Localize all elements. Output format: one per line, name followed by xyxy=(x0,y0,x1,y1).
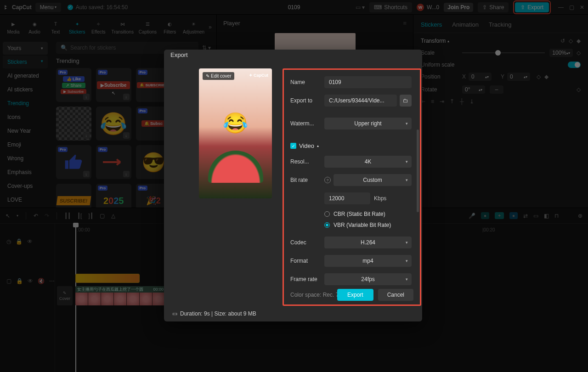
sticker-clip[interactable] xyxy=(75,274,140,283)
keyframe-icon[interactable]: ◆ xyxy=(544,73,548,80)
mute-icon[interactable]: 🔇 xyxy=(38,278,45,284)
sticker-item[interactable]: 😂↓ xyxy=(96,107,131,141)
sticker-item[interactable]: Pro↓ xyxy=(56,145,91,179)
tag-chip[interactable]: ✦ xyxy=(495,212,504,219)
cat-ai-generated[interactable]: AI generated xyxy=(3,69,48,82)
info-icon[interactable]: ? xyxy=(324,177,331,183)
mirror-icon[interactable]: △ xyxy=(111,213,115,219)
tag-chip[interactable]: ● xyxy=(509,212,518,219)
cat-coverups[interactable]: Cover-ups xyxy=(3,180,48,192)
keyframe-icon[interactable]: ◇ xyxy=(569,38,573,44)
export-cancel-button[interactable]: Cancel xyxy=(378,289,413,301)
tab-media[interactable]: ▶Media xyxy=(5,18,22,35)
aspect-ratio-icon[interactable]: ▭ ▾ xyxy=(356,4,365,11)
keyframe-icon[interactable]: ◆ xyxy=(577,38,581,44)
keyframe-icon[interactable]: ◇ xyxy=(577,50,581,56)
close-icon[interactable]: ✕ xyxy=(580,4,584,11)
cat-emoji[interactable]: Emoji xyxy=(3,138,48,151)
folder-browse-button[interactable]: 🗀 xyxy=(400,95,412,107)
codec-select[interactable]: H.264▾ xyxy=(324,237,412,248)
sticker-item[interactable]: Pro▶Subscribe↖↓ xyxy=(96,68,131,102)
menu-button[interactable]: Menu ▾ xyxy=(35,3,61,12)
uniform-scale-toggle[interactable] xyxy=(568,62,581,68)
export-confirm-button[interactable]: Export xyxy=(337,289,373,301)
export-button[interactable]: ⇧ Export xyxy=(515,2,549,12)
cursor-icon[interactable]: ↖ xyxy=(6,213,10,219)
preview-icon[interactable]: ▭ xyxy=(533,213,538,219)
watermark-select[interactable]: Upper right▾ xyxy=(324,118,412,130)
scale-value[interactable]: 100%▴▾ xyxy=(549,49,573,57)
export-name-input[interactable]: 0109 xyxy=(324,76,412,88)
more-icon[interactable]: ⋯ xyxy=(49,278,55,284)
tab-filters[interactable]: ◐Filters xyxy=(161,18,179,35)
tab-stickers[interactable]: ✦Stickers xyxy=(68,18,86,35)
sticker-item[interactable]: ↓ xyxy=(56,107,91,141)
sticker-item[interactable]: SUSCRIBE! xyxy=(56,184,91,208)
cbr-radio[interactable]: CBR (Static Bit Rate) xyxy=(324,211,385,217)
align-bottom-icon[interactable]: ⤓ xyxy=(469,98,474,105)
mic-icon[interactable]: 🎤 xyxy=(469,213,475,219)
eye-icon[interactable]: 👁 xyxy=(27,238,33,245)
cat-ai-stickers[interactable]: AI stickers xyxy=(3,83,48,96)
video-clip[interactable]: 女主播用勺子在西瓜瓤上挖了一个圆00:00 xyxy=(75,286,165,305)
video-section-toggle[interactable]: ✓ Video ▴ xyxy=(290,142,412,149)
tabs-more-icon[interactable]: » xyxy=(209,24,212,30)
sticker-item[interactable]: Pro↓ xyxy=(96,145,131,179)
shortcuts-button[interactable]: ⌨ Shortcuts xyxy=(369,2,412,12)
cat-wrong[interactable]: Wrong xyxy=(3,152,48,165)
share-button[interactable]: ⇪ Share xyxy=(478,2,509,12)
magnet-icon[interactable]: ⊓ xyxy=(554,213,559,219)
align-center-v-icon[interactable]: ┼ xyxy=(460,98,464,105)
reset-icon[interactable]: ↺ xyxy=(560,38,565,44)
cat-yours[interactable]: Yours▾ xyxy=(3,42,48,55)
split-icon[interactable]: ┃┃ xyxy=(64,213,71,219)
scrollbar[interactable] xyxy=(417,130,419,212)
cover-button[interactable]: ✎ Cover xyxy=(57,286,73,305)
layers-icon[interactable]: ▢ xyxy=(6,278,11,284)
chevron-up-icon[interactable]: ▴ xyxy=(447,39,449,43)
trim-left-icon[interactable]: ┃[ xyxy=(77,213,82,219)
vbr-radio[interactable]: VBR (Variable Bit Rate) xyxy=(324,222,391,228)
maximize-icon[interactable]: ▢ xyxy=(569,4,574,11)
sticker-item[interactable]: Pro👍 Like↗ Share▶ Subscribe↓ xyxy=(56,68,91,102)
resolution-select[interactable]: 4K▾ xyxy=(324,156,412,168)
cat-icons[interactable]: Icons xyxy=(3,111,48,124)
cat-trending[interactable]: Trending xyxy=(3,97,48,110)
align-top-icon[interactable]: ⤒ xyxy=(450,98,454,105)
join-pro-button[interactable]: Join Pro xyxy=(444,3,473,12)
tab-audio[interactable]: ◉Audio xyxy=(26,18,43,35)
bitrate-input[interactable]: 12000 xyxy=(324,192,370,204)
workspace-switch[interactable]: W W...0 xyxy=(417,4,439,11)
inspector-tab-animation[interactable]: Animation xyxy=(452,21,479,28)
align-right-icon[interactable]: ⇥ xyxy=(440,98,444,105)
position-x[interactable]: 0▴▾ xyxy=(469,73,492,81)
keyframe-icon[interactable]: ◇ xyxy=(577,86,581,93)
format-select[interactable]: mp4▾ xyxy=(324,255,412,267)
cat-love[interactable]: LOVE xyxy=(3,193,48,206)
rotate-value[interactable]: 0°▴▾ xyxy=(462,85,485,94)
minimize-icon[interactable]: — xyxy=(558,4,564,11)
sticker-item[interactable]: Pro2025 xyxy=(96,184,131,208)
inspector-tab-stickers[interactable]: Stickers xyxy=(421,21,442,28)
cat-emphasis[interactable]: Emphasis xyxy=(3,166,48,179)
tag-chip[interactable]: ● xyxy=(481,212,489,219)
scale-slider[interactable] xyxy=(462,52,545,53)
tab-transitions[interactable]: ⋈Transitions xyxy=(111,18,134,35)
tab-effects[interactable]: ✧Effects xyxy=(90,18,107,35)
keyframe-icon[interactable]: ◇ xyxy=(537,73,541,80)
cat-mood[interactable]: Mood xyxy=(3,207,48,208)
tab-adjustment[interactable]: ☀Adjustmen xyxy=(182,18,205,35)
trim-right-icon[interactable]: ]┃ xyxy=(88,213,93,219)
edit-cover-button[interactable]: ✎ Edit cover xyxy=(203,72,234,80)
lock-icon[interactable]: 🔒 xyxy=(16,238,23,245)
cat-stickers[interactable]: Stickers▾ xyxy=(3,56,48,68)
position-y[interactable]: 0▴▾ xyxy=(507,73,530,81)
inspector-tab-tracking[interactable]: Tracking xyxy=(489,21,511,28)
marker-icon[interactable]: ◧ xyxy=(544,213,549,219)
link-icon[interactable]: ⇄ xyxy=(523,213,528,219)
lock-icon[interactable]: 🔒 xyxy=(16,278,23,284)
rotate-extra[interactable]: – xyxy=(490,85,503,94)
tab-text[interactable]: TText xyxy=(47,18,64,35)
zoom-add-icon[interactable]: ⊕ xyxy=(578,213,582,219)
undo-icon[interactable]: ↶ xyxy=(34,213,38,219)
